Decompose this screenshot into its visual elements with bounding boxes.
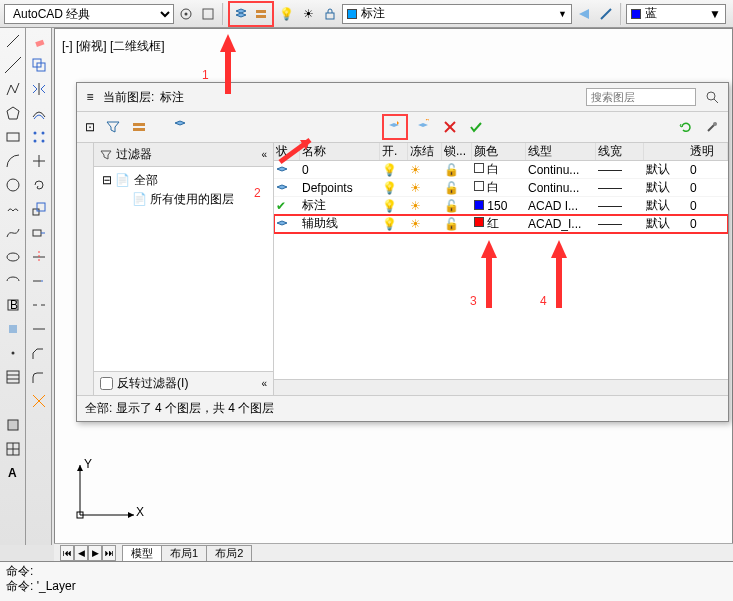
mtext-icon[interactable]: A [2,462,24,484]
chamfer-icon[interactable] [28,342,50,364]
handle-icon[interactable]: ≡ [83,90,97,104]
fillet-icon[interactable] [28,366,50,388]
tab-nav-button[interactable]: ⏭ [102,545,116,561]
layer-row[interactable]: 0💡☀🔓 白Continu...——默认0 [274,161,728,179]
tab-nav-button[interactable]: ◀ [74,545,88,561]
filter-tree[interactable]: ⊟ 📄 全部 📄 所有使用的图层 [94,167,273,371]
line-icon[interactable] [2,30,24,52]
ellipsearc-icon[interactable] [2,270,24,292]
layer-row[interactable]: ✔标注💡☀🔓 150ACAD I...——默认0 [274,197,728,215]
circle-icon[interactable] [2,174,24,196]
grid-header: 状名称开.冻结锁...颜色线型线宽透明 [274,143,728,161]
bulb-icon[interactable]: 💡 [276,4,296,24]
break-icon[interactable] [28,294,50,316]
layer-prev-icon[interactable] [574,4,594,24]
grid-col-header[interactable]: 状 [274,143,300,160]
viewport-label[interactable]: [-] [俯视] [二维线框] [62,38,165,55]
stretch-icon[interactable] [28,222,50,244]
svg-point-47 [707,92,715,100]
delete-layer-button[interactable] [440,117,460,137]
sun-icon[interactable]: ☀ [298,4,318,24]
filter-header-label: 过滤器 [116,146,152,163]
collapse-icon[interactable]: « [261,378,267,389]
grid-col-header[interactable]: 线宽 [596,143,644,160]
svg-marker-44 [128,512,134,518]
gradient-icon[interactable] [2,390,24,412]
table-icon[interactable] [2,438,24,460]
polygon-icon[interactable] [2,102,24,124]
grid-col-header[interactable]: 开. [380,143,408,160]
explode-icon[interactable] [28,390,50,412]
annotation-highlight-2 [382,114,408,140]
spline-icon[interactable] [2,222,24,244]
tab-nav-button[interactable]: ▶ [88,545,102,561]
rectangle-icon[interactable] [2,126,24,148]
set-current-button[interactable] [466,117,486,137]
scale-icon[interactable] [28,198,50,220]
layer-row[interactable]: 辅助线💡☀🔓 红ACAD_I...——默认0 [274,215,728,233]
invert-filter-checkbox[interactable] [100,377,113,390]
trim-icon[interactable] [28,246,50,268]
grid-col-header[interactable]: 线型 [526,143,596,160]
erase-icon[interactable] [28,30,50,52]
refresh-icon[interactable] [676,117,696,137]
region-icon[interactable] [2,414,24,436]
array-icon[interactable] [28,126,50,148]
svg-marker-8 [7,107,19,119]
svg-rect-25 [35,40,44,47]
svg-point-29 [41,132,44,135]
layer-match-icon[interactable] [596,4,616,24]
grid-col-header[interactable]: 颜色 [472,143,526,160]
new-layer-freeze-icon[interactable]: * [414,117,434,137]
filter-group-icon[interactable] [129,117,149,137]
offset-icon[interactable] [28,102,50,124]
polyline-icon[interactable] [2,78,24,100]
arc-icon[interactable] [2,150,24,172]
new-layer-button[interactable] [385,117,405,137]
grid-col-header[interactable]: 名称 [300,143,380,160]
settings-icon[interactable] [702,117,722,137]
extend-icon[interactable] [28,270,50,292]
workspace-select[interactable]: AutoCAD 经典 [4,4,174,24]
command-line[interactable]: 命令: 命令: '_Layer [0,561,733,601]
tab-nav-button[interactable]: ⏮ [60,545,74,561]
grid-col-header[interactable]: 透明 [688,143,728,160]
layer-manager-button[interactable] [231,4,251,24]
layout-tab[interactable]: 布局1 [161,545,207,561]
copy-icon[interactable] [28,54,50,76]
chevron-down-icon: ▼ [558,9,567,19]
block-icon[interactable] [2,318,24,340]
filter-new-icon[interactable] [103,117,123,137]
handle-icon[interactable]: ⊡ [83,120,97,134]
color-combo[interactable]: 蓝 ▼ [626,4,726,24]
revcloud-icon[interactable] [2,198,24,220]
layer-row[interactable]: Defpoints💡☀🔓 白Continu...——默认0 [274,179,728,197]
insert-icon[interactable]: B [2,294,24,316]
svg-point-15 [11,352,14,355]
layer-states-icon[interactable] [251,4,271,24]
layout-tab[interactable]: 模型 [122,545,162,561]
move-icon[interactable] [28,150,50,172]
grid-h-scrollbar[interactable] [274,379,728,395]
point-icon[interactable] [2,342,24,364]
command-history-1: 命令: [6,564,727,579]
grid-col-header[interactable]: 冻结 [408,143,442,160]
grid-body[interactable]: 0💡☀🔓 白Continu...——默认0Defpoints💡☀🔓 白Conti… [274,161,728,379]
search-layer-input[interactable] [586,88,696,106]
layer-states-manager-icon[interactable] [171,117,191,137]
rotate-icon[interactable] [28,174,50,196]
sheet-icon[interactable] [198,4,218,24]
layout-tab[interactable]: 布局2 [206,545,252,561]
lock-icon[interactable] [320,4,340,24]
ellipse-icon[interactable] [2,246,24,268]
search-icon[interactable] [702,87,722,107]
mirror-icon[interactable] [28,78,50,100]
xline-icon[interactable] [2,54,24,76]
layer-combo[interactable]: 标注 ▼ [342,4,572,24]
join-icon[interactable] [28,318,50,340]
hatch-icon[interactable] [2,366,24,388]
grid-col-header[interactable]: 锁... [442,143,472,160]
gear-icon[interactable] [176,4,196,24]
collapse-icon[interactable]: « [261,149,267,160]
svg-point-54 [713,122,717,126]
